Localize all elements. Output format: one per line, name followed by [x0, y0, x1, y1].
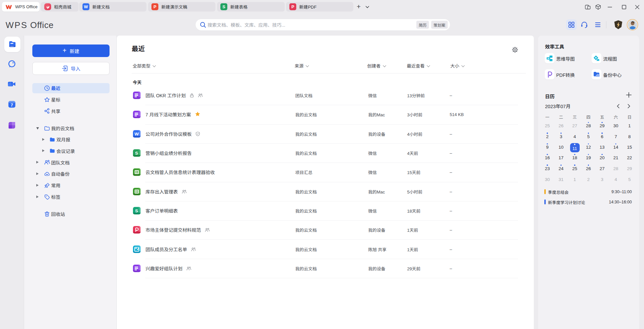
- svg-text:S: S: [135, 208, 138, 213]
- svg-text:W: W: [135, 132, 139, 136]
- svg-text:S: S: [135, 151, 138, 156]
- svg-text:7: 7: [11, 103, 13, 107]
